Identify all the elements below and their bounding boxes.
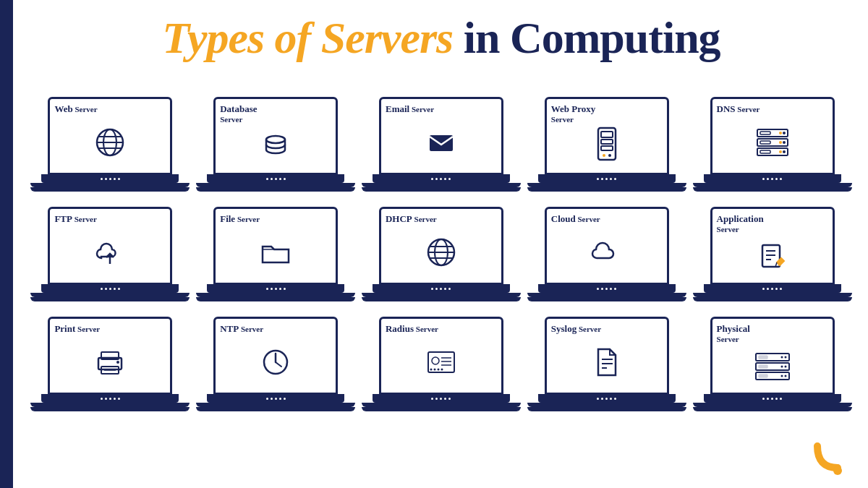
- database-server-screen: DatabaseServer: [213, 97, 338, 175]
- svg-point-63: [784, 366, 786, 368]
- ftp-server-card: FTP Server: [29, 204, 192, 308]
- svg-rect-57: [759, 356, 767, 359]
- webproxy-server-feet: [527, 187, 686, 192]
- file-server-card: File Server: [195, 204, 357, 308]
- svg-rect-6: [430, 135, 453, 151]
- file-server-laptop: File Server: [203, 207, 348, 308]
- web-server-feet: [30, 187, 190, 192]
- radius-server-screen: Radius Server: [379, 317, 503, 395]
- application-server-icon: [757, 234, 788, 280]
- svg-point-49: [430, 368, 432, 370]
- print-server-label: Print Server: [54, 323, 166, 335]
- title-part1: Types of Servers: [162, 13, 453, 62]
- web-server-icon: [94, 115, 126, 170]
- svg-point-59: [784, 356, 786, 359]
- ftp-server-screen: FTP Server: [48, 207, 172, 285]
- physical-server-base: [704, 394, 841, 403]
- ntp-server-card: NTP Server: [195, 314, 357, 418]
- cloud-server-base: [538, 284, 676, 293]
- ftp-server-base: [41, 284, 179, 293]
- dns-server-label: DNS Server: [717, 103, 828, 115]
- database-server-card: DatabaseServer: [195, 94, 357, 198]
- print-server-laptop: Print Server: [38, 317, 182, 418]
- webproxy-server-base: [538, 174, 676, 183]
- svg-rect-18: [760, 141, 770, 144]
- title-area: Types of Servers in Computing: [29, 13, 854, 62]
- server-grid: Web Server DatabaseServ: [22, 94, 861, 418]
- physical-server-screen: PhysicalServer: [710, 317, 835, 395]
- physical-server-laptop: PhysicalServer: [700, 317, 845, 418]
- ntp-server-screen: NTP Server: [213, 317, 338, 395]
- svg-rect-8: [601, 132, 613, 137]
- database-server-feet: [196, 187, 355, 192]
- cloud-server-screen: Cloud Server: [545, 207, 669, 285]
- svg-point-12: [608, 154, 611, 157]
- svg-point-51: [437, 368, 439, 370]
- dhcp-server-laptop: DHCP Server: [369, 207, 514, 308]
- svg-line-43: [276, 362, 281, 367]
- application-server-label: ApplicationServer: [717, 213, 828, 234]
- web-server-laptop: Web Server: [38, 97, 182, 198]
- dns-server-feet: [693, 187, 852, 192]
- cloud-server-card: Cloud Server: [525, 204, 688, 308]
- ntp-server-base: [207, 394, 344, 403]
- dhcp-server-label: DHCP Server: [386, 213, 497, 225]
- svg-point-39: [116, 361, 119, 364]
- print-server-icon: [94, 335, 126, 390]
- ntp-server-laptop: NTP Server: [203, 317, 348, 418]
- database-server-laptop: DatabaseServer: [203, 97, 348, 198]
- svg-point-45: [432, 357, 439, 364]
- syslog-server-screen: Syslog Server: [545, 317, 669, 395]
- webproxy-server-card: Web ProxyServer: [525, 94, 688, 198]
- application-server-card: ApplicationServer: [691, 204, 854, 308]
- svg-point-52: [441, 368, 443, 370]
- svg-rect-22: [760, 150, 770, 153]
- ftp-server-laptop: FTP Server: [38, 207, 182, 308]
- file-server-feet: [196, 297, 355, 301]
- svg-point-11: [603, 154, 605, 157]
- application-server-base: [704, 284, 841, 293]
- application-server-screen: ApplicationServer: [710, 207, 835, 285]
- svg-point-5: [266, 136, 285, 143]
- svg-rect-61: [759, 365, 767, 368]
- syslog-server-label: Syslog Server: [551, 323, 663, 335]
- radius-server-feet: [362, 407, 521, 411]
- web-server-base: [41, 174, 179, 183]
- syslog-server-laptop: Syslog Server: [535, 317, 679, 418]
- radius-server-card: Radius Server: [360, 314, 523, 418]
- svg-rect-10: [601, 146, 613, 150]
- web-server-label: Web Server: [54, 103, 166, 115]
- svg-point-15: [779, 132, 782, 134]
- ftp-server-label: FTP Server: [54, 213, 166, 225]
- file-server-base: [207, 284, 344, 293]
- physical-server-card: PhysicalServer: [691, 314, 854, 418]
- dhcp-server-icon: [425, 225, 457, 280]
- ftp-server-feet: [30, 297, 190, 301]
- ntp-server-feet: [196, 407, 355, 411]
- dhcp-server-screen: DHCP Server: [379, 207, 503, 285]
- file-server-icon: [260, 225, 292, 280]
- dhcp-server-feet: [362, 297, 521, 301]
- cloud-server-feet: [527, 297, 686, 301]
- dns-server-base: [704, 174, 841, 183]
- file-server-screen: File Server: [213, 207, 338, 285]
- svg-rect-14: [760, 132, 770, 134]
- ntp-server-label: NTP Server: [220, 323, 331, 335]
- dns-server-card: DNS Server: [691, 94, 854, 198]
- svg-rect-65: [759, 374, 767, 377]
- database-server-base: [207, 174, 344, 183]
- svg-rect-9: [601, 140, 613, 144]
- radius-server-label: Radius Server: [386, 323, 497, 335]
- cloud-server-label: Cloud Server: [551, 213, 663, 225]
- print-server-feet: [30, 407, 190, 411]
- svg-point-67: [784, 375, 786, 377]
- svg-point-16: [783, 132, 786, 134]
- dhcp-server-base: [373, 284, 510, 293]
- email-server-feet: [362, 187, 521, 192]
- physical-server-icon: [754, 344, 791, 390]
- ftp-server-icon: [94, 225, 126, 280]
- email-server-laptop: Email Server: [369, 97, 514, 198]
- database-server-icon: [260, 124, 292, 170]
- print-server-base: [41, 394, 179, 403]
- email-server-icon: [425, 115, 457, 170]
